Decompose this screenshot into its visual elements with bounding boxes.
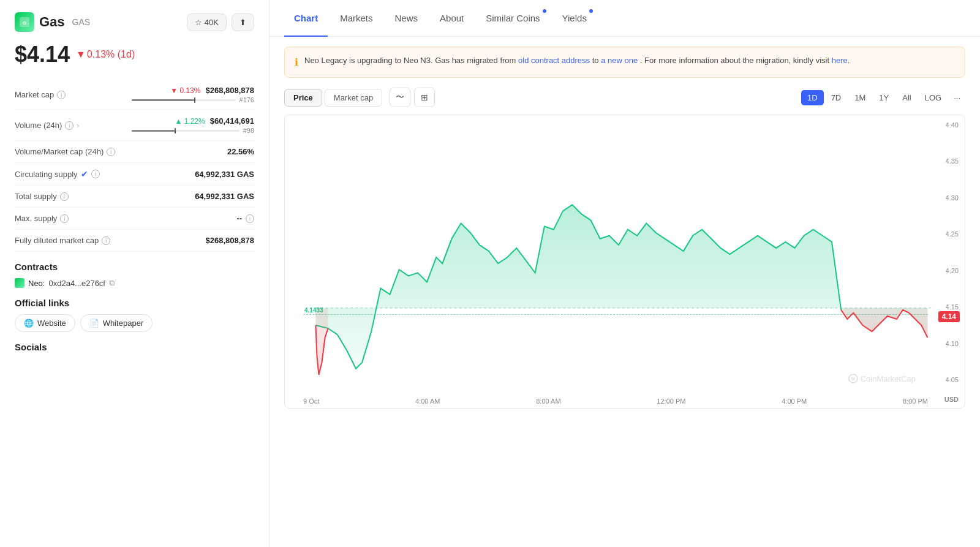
here-link[interactable]: here <box>832 56 848 65</box>
chart-svg <box>285 115 965 399</box>
time-1d-button[interactable]: 1D <box>801 90 824 105</box>
volume-rank: #98 <box>243 127 254 134</box>
red-area <box>841 308 927 338</box>
fdmc-value: $268,808,878 <box>205 236 254 245</box>
time-all-button[interactable]: All <box>896 90 917 105</box>
share-icon: ⬆ <box>239 18 246 27</box>
fdmc-label: Fully diluted market cap i <box>15 236 110 245</box>
volume-row: Volume (24h) i › ▲ 1.22% $60,414,691 <box>15 110 254 141</box>
total-supply-label: Total supply i <box>15 192 69 201</box>
market-cap-info-icon[interactable]: i <box>57 91 66 99</box>
x-label-4am: 4:00 AM <box>415 398 440 405</box>
candlestick-icon-button[interactable]: ⊞ <box>414 88 435 107</box>
max-supply-info2-icon[interactable]: i <box>246 214 254 223</box>
line-chart-icon: 〜 <box>396 92 404 103</box>
x-label-12pm: 12:00 PM <box>657 398 685 405</box>
tab-bar: Chart Markets News About Similar Coins Y… <box>270 0 980 37</box>
y-label-405: 4.05 <box>946 376 959 383</box>
whitepaper-button[interactable]: 📄 Whitepaper <box>80 314 153 332</box>
current-price-label: 4.14 <box>938 311 960 322</box>
chart-container: 4.1433 <box>284 115 965 409</box>
watermark-text: CoinMarketCap <box>861 374 916 383</box>
tab-chart[interactable]: Chart <box>284 1 328 37</box>
green-area <box>315 205 927 368</box>
vol-market-cap-value: 22.56% <box>227 147 254 156</box>
contracts-section: Contracts Neo: 0xd2a4...e276cf ⧉ <box>15 262 254 288</box>
chart-icon-buttons: 〜 ⊞ <box>390 88 435 107</box>
price-button[interactable]: Price <box>284 89 322 107</box>
x-label-9oct: 9 Oct <box>303 398 319 405</box>
chart-area: ℹ Neo Legacy is upgrading to Neo N3. Gas… <box>270 37 980 547</box>
time-buttons: 1D 7D 1M 1Y All LOG ··· <box>801 90 965 105</box>
time-7d-button[interactable]: 7D <box>825 90 848 105</box>
notice-text: Neo Legacy is upgrading to Neo N3. Gas h… <box>304 55 850 70</box>
max-supply-label: Max. supply i <box>15 214 69 223</box>
volume-value-area: ▲ 1.22% $60,414,691 #98 <box>132 116 254 134</box>
fdmc-info-icon[interactable]: i <box>102 236 110 245</box>
circ-supply-label: Circulating supply ✔ i <box>15 169 100 179</box>
tab-similar-coins[interactable]: Similar Coins <box>476 1 549 37</box>
time-1m-button[interactable]: 1M <box>848 90 872 105</box>
market-cap-value: $268,808,878 <box>205 86 254 95</box>
new-contract-link[interactable]: a new one <box>601 56 638 65</box>
time-log-button[interactable]: LOG <box>919 90 948 105</box>
volume-label: Volume (24h) i › <box>15 121 79 130</box>
time-more-button[interactable]: ··· <box>949 90 965 105</box>
socials-section: Socials <box>15 342 254 352</box>
price-value: $4.14 <box>15 42 70 67</box>
notice-banner: ℹ Neo Legacy is upgrading to Neo N3. Gas… <box>284 47 965 78</box>
coin-actions: ☆ 40K ⬆ <box>187 13 254 31</box>
svg-text:G: G <box>23 20 26 26</box>
y-label-435: 4.35 <box>946 157 959 165</box>
y-label-430: 4.30 <box>946 194 959 202</box>
coin-name: Gas <box>39 14 65 30</box>
chart-x-labels: 9 Oct 4:00 AM 8:00 AM 12:00 PM 4:00 PM 8… <box>303 398 928 405</box>
tab-news[interactable]: News <box>385 1 428 37</box>
old-contract-link[interactable]: old contract address <box>518 56 590 65</box>
tab-markets[interactable]: Markets <box>330 1 382 37</box>
volume-value: $60,414,691 <box>210 116 254 126</box>
contracts-title: Contracts <box>15 262 254 272</box>
circ-supply-info-icon[interactable]: i <box>91 170 100 178</box>
circ-supply-value: 64,992,331 GAS <box>195 170 254 179</box>
verified-icon: ✔ <box>81 169 88 179</box>
candlestick-icon: ⊞ <box>421 92 428 102</box>
market-cap-button[interactable]: Market cap <box>325 89 382 107</box>
total-supply-info-icon[interactable]: i <box>60 192 69 201</box>
svg-text:M: M <box>851 377 855 381</box>
time-1y-button[interactable]: 1Y <box>873 90 895 105</box>
price-change-value: 0.13% (1d) <box>87 49 135 60</box>
x-label-4pm: 4:00 PM <box>782 398 807 405</box>
watermark: M CoinMarketCap <box>848 374 916 383</box>
share-button[interactable]: ⬆ <box>232 13 254 31</box>
chart-controls: Price Market cap 〜 ⊞ 1D 7D <box>284 88 965 107</box>
neo-label: Neo: <box>28 279 45 288</box>
website-button[interactable]: 🌐 Website <box>15 314 75 332</box>
volume-chevron-icon[interactable]: › <box>77 121 79 130</box>
market-cap-progress <box>132 99 236 101</box>
price-change: ▼ 0.13% (1d) <box>76 49 135 60</box>
link-buttons: 🌐 Website 📄 Whitepaper <box>15 314 254 332</box>
contract-item: Neo: 0xd2a4...e276cf ⧉ <box>15 278 254 288</box>
tab-about[interactable]: About <box>430 1 473 37</box>
max-supply-info-icon[interactable]: i <box>60 214 69 223</box>
y-label-410: 4.10 <box>946 340 959 347</box>
max-supply-row: Max. supply i -- i <box>15 208 254 230</box>
chart-y-labels: 4.40 4.35 4.30 4.25 4.20 4.15 4.10 4.05 <box>946 115 959 390</box>
document-icon: 📄 <box>89 319 99 328</box>
contract-address[interactable]: 0xd2a4...e276cf <box>48 279 105 288</box>
tab-yields[interactable]: Yields <box>552 1 597 37</box>
copy-icon[interactable]: ⧉ <box>109 278 115 288</box>
market-cap-value-area: ▼ 0.13% $268,808,878 #176 <box>132 86 254 104</box>
watchlist-button[interactable]: ☆ 40K <box>187 13 227 31</box>
price-display: $4.14 ▼ 0.13% (1d) <box>15 42 254 67</box>
line-chart-icon-button[interactable]: 〜 <box>390 88 410 107</box>
main-content: Chart Markets News About Similar Coins Y… <box>270 0 980 547</box>
total-supply-value: 64,992,331 GAS <box>195 192 254 201</box>
neo-contract-icon <box>15 278 24 288</box>
volume-info-icon[interactable]: i <box>65 121 74 130</box>
y-label-425: 4.25 <box>946 230 959 238</box>
vol-market-cap-label: Volume/Market cap (24h) i <box>15 147 115 156</box>
vol-market-cap-info-icon[interactable]: i <box>107 148 115 156</box>
arrow-down-icon: ▼ <box>76 49 86 60</box>
